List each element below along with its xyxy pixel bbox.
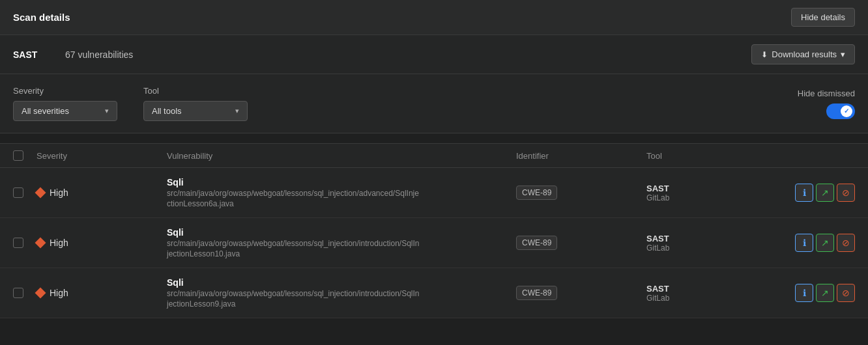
download-results-button[interactable]: ⬇ Download results ▾ bbox=[751, 44, 855, 64]
header-checkbox-cell bbox=[13, 150, 36, 161]
sast-bar: SAST 67 vulnerabilities ⬇ Download resul… bbox=[0, 35, 868, 74]
hide-details-button[interactable]: Hide details bbox=[791, 8, 855, 27]
info-button[interactable]: ℹ bbox=[795, 284, 813, 302]
dropdown-chevron-icon: ▾ bbox=[841, 49, 845, 59]
table-row: High Sqli src/main/java/org/owasp/webgoa… bbox=[0, 168, 868, 218]
dismiss-button[interactable]: ⊘ bbox=[837, 184, 855, 202]
tool-column-header: Tool bbox=[646, 151, 777, 161]
identifier-cell: CWE-89 bbox=[516, 236, 646, 250]
filters-row: Severity All severities ▾ Tool All tools… bbox=[0, 74, 868, 133]
confirm-button[interactable]: ↗ bbox=[816, 234, 834, 252]
tool-select-value: All tools bbox=[152, 106, 216, 116]
sast-label: SAST bbox=[13, 49, 52, 60]
severity-column-header: Severity bbox=[36, 151, 167, 161]
select-all-checkbox[interactable] bbox=[13, 150, 23, 161]
actions-cell: ℹ ↗ ⊘ bbox=[777, 184, 855, 202]
vulnerability-cell: Sqli src/main/java/org/owasp/webgoat/les… bbox=[167, 277, 516, 309]
severity-value: High bbox=[50, 187, 68, 198]
row-checkbox[interactable] bbox=[13, 238, 23, 248]
severity-select[interactable]: All severities ▾ bbox=[13, 101, 117, 121]
vuln-path-line1: src/main/java/org/owasp/webgoat/lessons/… bbox=[167, 189, 516, 198]
identifier-cell: CWE-89 bbox=[516, 286, 646, 300]
spacer bbox=[0, 133, 868, 144]
vulnerabilities-table: Severity Vulnerability Identifier Tool H… bbox=[0, 144, 868, 318]
row-checkbox[interactable] bbox=[13, 288, 23, 298]
identifier-column-header: Identifier bbox=[516, 151, 646, 161]
download-icon: ⬇ bbox=[761, 50, 768, 59]
severity-high-icon bbox=[35, 288, 46, 299]
identifier-badge[interactable]: CWE-89 bbox=[516, 186, 557, 200]
vuln-path-line2: ctionLesson6a.java bbox=[167, 199, 516, 208]
tool-name: SAST bbox=[646, 284, 777, 294]
vuln-path-line2: jectionLesson10.java bbox=[167, 249, 516, 258]
row-checkbox[interactable] bbox=[13, 187, 23, 198]
tool-filter-label: Tool bbox=[143, 86, 248, 96]
scan-details-title: Scan details bbox=[13, 12, 70, 23]
vuln-path-line2: jectionLesson9.java bbox=[167, 299, 516, 309]
vuln-path-line1: src/main/java/org/owasp/webgoat/lessons/… bbox=[167, 289, 516, 298]
vuln-name: Sqli bbox=[167, 227, 516, 238]
vulnerability-cell: Sqli src/main/java/org/owasp/webgoat/les… bbox=[167, 177, 516, 208]
actions-cell: ℹ ↗ ⊘ bbox=[777, 284, 855, 302]
tool-cell: SAST GitLab bbox=[646, 284, 777, 303]
vulnerability-count: 67 vulnerabilities bbox=[65, 49, 738, 60]
dismiss-button[interactable]: ⊘ bbox=[837, 234, 855, 252]
tool-cell: SAST GitLab bbox=[646, 234, 777, 253]
confirm-button[interactable]: ↗ bbox=[816, 184, 834, 202]
hide-dismissed-group: Hide dismissed ✓ bbox=[798, 89, 855, 119]
hide-dismissed-label: Hide dismissed bbox=[798, 89, 855, 98]
severity-filter-group: Severity All severities ▾ bbox=[13, 86, 117, 121]
table-header-row: Severity Vulnerability Identifier Tool bbox=[0, 144, 868, 168]
identifier-cell: CWE-89 bbox=[516, 186, 646, 200]
severity-value: High bbox=[50, 238, 68, 248]
severity-cell: High bbox=[36, 187, 167, 198]
tool-chevron-icon: ▾ bbox=[235, 107, 239, 115]
severity-high-icon bbox=[35, 238, 46, 249]
severity-cell: High bbox=[36, 288, 167, 298]
tool-select[interactable]: All tools ▾ bbox=[143, 101, 248, 121]
vuln-name: Sqli bbox=[167, 177, 516, 187]
table-row: High Sqli src/main/java/org/owasp/webgoa… bbox=[0, 268, 868, 318]
download-label: Download results bbox=[772, 49, 837, 59]
vulnerability-cell: Sqli src/main/java/org/owasp/webgoat/les… bbox=[167, 227, 516, 258]
severity-filter-label: Severity bbox=[13, 86, 117, 96]
table-row: High Sqli src/main/java/org/owasp/webgoa… bbox=[0, 218, 868, 268]
info-button[interactable]: ℹ bbox=[795, 184, 813, 202]
hide-dismissed-toggle[interactable]: ✓ bbox=[826, 104, 855, 119]
tool-filter-group: Tool All tools ▾ bbox=[143, 86, 248, 121]
tool-sub: GitLab bbox=[646, 294, 777, 303]
vulnerability-column-header: Vulnerability bbox=[167, 151, 516, 161]
row-checkbox-cell bbox=[13, 288, 36, 298]
tool-sub: GitLab bbox=[646, 193, 777, 202]
vuln-name: Sqli bbox=[167, 277, 516, 288]
severity-chevron-icon: ▾ bbox=[105, 107, 109, 115]
row-checkbox-cell bbox=[13, 187, 36, 198]
severity-cell: High bbox=[36, 238, 167, 248]
tool-name: SAST bbox=[646, 234, 777, 243]
vuln-path-line1: src/main/java/org/owasp/webgoat/lessons/… bbox=[167, 239, 516, 248]
confirm-button[interactable]: ↗ bbox=[816, 284, 834, 302]
scan-header: Scan details Hide details bbox=[0, 0, 868, 35]
tool-sub: GitLab bbox=[646, 243, 777, 253]
severity-select-value: All severities bbox=[22, 106, 85, 116]
severity-value: High bbox=[50, 288, 68, 298]
dismiss-button[interactable]: ⊘ bbox=[837, 284, 855, 302]
tool-cell: SAST GitLab bbox=[646, 184, 777, 202]
toggle-knob: ✓ bbox=[841, 105, 852, 117]
row-checkbox-cell bbox=[13, 238, 36, 248]
actions-cell: ℹ ↗ ⊘ bbox=[777, 234, 855, 252]
tool-name: SAST bbox=[646, 184, 777, 193]
info-button[interactable]: ℹ bbox=[795, 234, 813, 252]
identifier-badge[interactable]: CWE-89 bbox=[516, 286, 557, 300]
identifier-badge[interactable]: CWE-89 bbox=[516, 236, 557, 250]
severity-high-icon bbox=[35, 187, 46, 199]
toggle-check-icon: ✓ bbox=[844, 107, 849, 115]
